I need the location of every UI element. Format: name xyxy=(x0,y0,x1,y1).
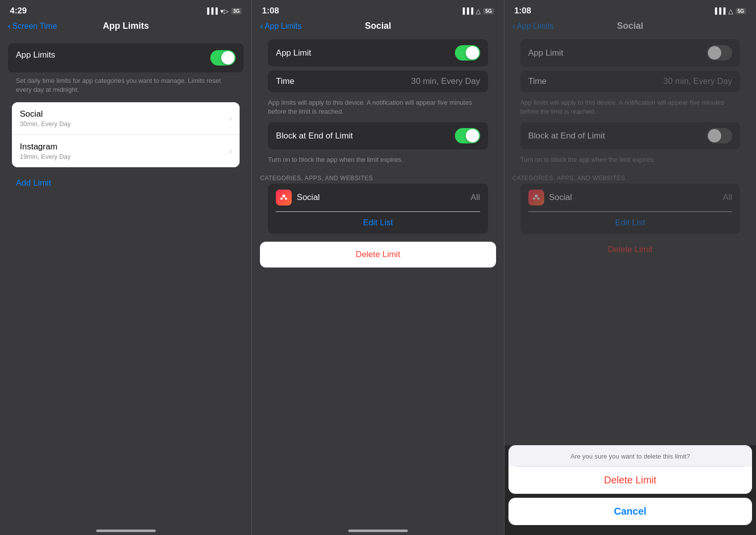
app-limit-group-3: App Limit xyxy=(512,39,748,67)
app-limit-toggle-3 xyxy=(707,45,732,61)
back-button-2[interactable]: ‹ App Limits xyxy=(260,21,302,31)
action-sheet-group: Are you sure you want to delete this lim… xyxy=(508,445,752,494)
battery-badge-2: 5G xyxy=(483,8,494,14)
svg-point-2 xyxy=(285,198,288,200)
time-row-3: Time 30 min, Every Day xyxy=(520,70,740,92)
status-icons-2: ▐▐▐ △ 5G xyxy=(461,7,494,15)
block-label-3: Block at End of Limit xyxy=(528,131,605,141)
delete-limit-text: Delete Limit xyxy=(356,250,400,259)
battery-badge-3: 5G xyxy=(736,8,746,14)
social-left: Social xyxy=(276,190,319,205)
social-icon-2 xyxy=(276,190,292,205)
time-label-3: Time xyxy=(528,76,547,86)
social-settings-group-3: Social All Edit List xyxy=(520,184,740,234)
app-limits-toggle[interactable] xyxy=(210,50,236,66)
chevron-social: › xyxy=(229,114,232,123)
block-settings-group: Block at End of Limit xyxy=(268,122,488,149)
status-bar-2: 1:08 ▐▐▐ △ 5G xyxy=(252,0,504,19)
back-button-3: ‹ App Limits xyxy=(512,21,554,31)
block-settings-group-3: Block at End of Limit xyxy=(520,122,740,149)
panel-3: 1:08 ▐▐▐ △ 5G ‹ App Limits Social App Li… xyxy=(504,0,756,535)
block-label: Block at End of Limit xyxy=(276,131,353,141)
status-bar-1: 4:29 ▐▐▐ ▾▷ 3G xyxy=(0,0,252,19)
app-limit-group: App Limit xyxy=(260,39,496,67)
list-item-social-left: Social 30min, Every Day xyxy=(20,109,71,128)
social-label-3: Social xyxy=(549,193,572,202)
wifi-icon-2: △ xyxy=(476,7,481,15)
categories-header-3: CATEGORIES, APPS, AND WEBSITES xyxy=(504,171,756,184)
block-row: Block at End of Limit xyxy=(268,122,488,149)
chevron-instagram: › xyxy=(229,147,232,156)
add-limit-button[interactable]: Add Limit xyxy=(8,171,244,195)
back-button-1[interactable]: ‹ Screen Time xyxy=(8,21,57,31)
time-settings-group: Time 30 min, Every Day xyxy=(268,70,488,92)
delete-limit-card[interactable]: Delete Limit xyxy=(260,242,496,268)
back-label-3: App Limits xyxy=(517,22,554,31)
signal-icon-3: ▐▐▐ xyxy=(713,7,726,14)
list-item-instagram-left: Instagram 19min, Every Day xyxy=(20,142,71,160)
block-toggle-3 xyxy=(707,128,732,143)
signal-icon-1: ▐▐▐ xyxy=(205,7,218,14)
time-label: Time xyxy=(276,76,294,86)
block-row-3: Block at End of Limit xyxy=(520,122,740,149)
action-sheet-cancel-button[interactable]: Cancel xyxy=(508,498,752,525)
app-limit-toggle-group: App Limit xyxy=(268,39,488,67)
nav-bar-3: ‹ App Limits Social xyxy=(504,19,756,35)
svg-point-4 xyxy=(533,198,535,200)
svg-point-3 xyxy=(535,195,538,198)
time-value-3: 30 min, Every Day xyxy=(663,76,732,86)
app-limits-toggle-row: App Limits xyxy=(8,43,244,72)
block-desc-3: Turn on to block the app when the limit … xyxy=(512,153,748,170)
content-2: App Limit Time 30 min, Every Day App lim… xyxy=(252,35,504,525)
limits-list-card: Social 30min, Every Day › Instagram 19mi… xyxy=(12,102,240,167)
action-sheet-overlay: Are you sure you want to delete this lim… xyxy=(504,445,756,535)
back-chevron-3: ‹ xyxy=(512,21,515,31)
app-limit-row-3: App Limit xyxy=(520,39,740,67)
home-bar-2 xyxy=(348,530,408,532)
app-limit-toggle-group-3: App Limit xyxy=(520,39,740,67)
app-limits-desc: Set daily time limits for app categories… xyxy=(16,76,236,94)
home-indicator-2 xyxy=(252,525,504,535)
app-limit-label-2: App Limit xyxy=(276,48,311,58)
time-group: Time 30 min, Every Day App limits will a… xyxy=(260,70,496,122)
status-time-1: 4:29 xyxy=(10,6,27,16)
panel-1: 4:29 ▐▐▐ ▾▷ 3G ‹ Screen Time App Limits … xyxy=(0,0,252,535)
action-sheet-delete-button[interactable]: Delete Limit xyxy=(508,467,752,494)
block-group-3: Block at End of Limit Turn on to block t… xyxy=(512,122,748,170)
app-limit-toggle-2[interactable] xyxy=(455,45,480,61)
nav-bar-2: ‹ App Limits Social xyxy=(252,19,504,35)
block-toggle[interactable] xyxy=(455,128,480,143)
wifi-icon-3: △ xyxy=(728,7,733,15)
app-limits-label: App Limits xyxy=(16,50,55,60)
status-icons-1: ▐▐▐ ▾▷ 3G xyxy=(205,7,242,15)
categories-header: CATEGORIES, APPS, AND WEBSITES xyxy=(252,171,504,184)
back-label-2: App Limits xyxy=(264,22,302,31)
social-settings-group: Social All Edit List xyxy=(268,184,488,234)
edit-list-button-2[interactable]: Edit List xyxy=(268,212,488,234)
home-bar-1 xyxy=(96,530,156,532)
signal-icon-2: ▐▐▐ xyxy=(461,7,474,14)
status-time-2: 1:08 xyxy=(262,6,279,16)
svg-point-1 xyxy=(281,198,283,200)
list-item-instagram[interactable]: Instagram 19min, Every Day › xyxy=(12,134,240,167)
svg-point-5 xyxy=(537,198,540,200)
categories-group: Social All Edit List xyxy=(260,184,496,234)
social-row[interactable]: Social All xyxy=(268,184,488,211)
time-row[interactable]: Time 30 min, Every Day xyxy=(268,70,488,92)
list-item-social[interactable]: Social 30min, Every Day › xyxy=(12,102,240,134)
wifi-icon-1: ▾▷ xyxy=(220,7,229,15)
nav-title-2: Social xyxy=(365,21,391,31)
panel-2: 1:08 ▐▐▐ △ 5G ‹ App Limits Social App Li… xyxy=(252,0,504,535)
social-row-3: Social All xyxy=(520,184,740,211)
time-value: 30 min, Every Day xyxy=(411,76,480,86)
edit-list-button-3: Edit List xyxy=(520,212,740,234)
social-group-3: Social All Edit List xyxy=(512,184,748,234)
list-item-social-sub: 30min, Every Day xyxy=(20,120,71,128)
nav-title-3: Social xyxy=(617,21,643,31)
battery-badge-1: 3G xyxy=(231,8,242,14)
app-limit-row: App Limit xyxy=(268,39,488,67)
social-all-3: All xyxy=(723,193,732,202)
block-group: Block at End of Limit Turn on to block t… xyxy=(260,122,496,170)
status-time-3: 1:08 xyxy=(514,6,531,16)
home-indicator-1 xyxy=(0,525,252,535)
